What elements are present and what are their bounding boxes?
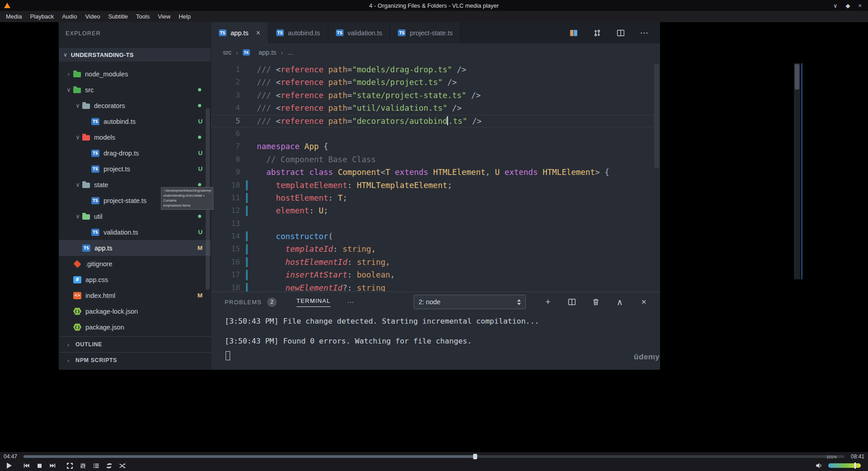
tree-item-project.ts[interactable]: TSproject.tsU (59, 161, 211, 177)
panel-more-actions-button[interactable]: ⋯ (347, 298, 355, 306)
previous-button[interactable] (21, 461, 32, 471)
tree-item-models[interactable]: ∨models (59, 129, 211, 145)
line-number: 18 (211, 282, 240, 292)
breadcrumb-item[interactable]: app.ts (259, 49, 277, 56)
maximize-panel-button[interactable]: ∧ (615, 297, 625, 307)
volume-control[interactable]: 101% (814, 461, 861, 471)
tree-item-package-lock.json[interactable]: {}package-lock.json (59, 303, 211, 319)
close-panel-button[interactable]: × (639, 297, 649, 307)
code-text: /// <reference path="models/project.ts" … (257, 76, 457, 89)
chevron-down-icon[interactable]: ∨ (64, 86, 73, 93)
chevron-down-icon[interactable]: ∨ (73, 213, 82, 220)
close-button[interactable]: × (858, 2, 862, 9)
volume-marker[interactable] (854, 462, 856, 469)
tab-problems[interactable]: PROBLEMS (225, 299, 262, 306)
kill-terminal-button[interactable] (591, 297, 601, 307)
menu-audio[interactable]: Audio (58, 12, 81, 21)
folder-icon (73, 72, 81, 77)
editor-scrollbar[interactable] (654, 64, 659, 168)
minimize-button[interactable]: ∨ (833, 2, 838, 9)
tree-item-autobind.ts[interactable]: TSautobind.tsU (59, 113, 211, 129)
breadcrumb-item[interactable]: … (288, 49, 294, 56)
code-line-16: 16 hostElementId: string, (211, 256, 654, 268)
tree-item-package.json[interactable]: {}package.json (59, 319, 211, 335)
breadcrumb[interactable]: src›TSapp.ts›… (211, 43, 660, 61)
menu-view[interactable]: View (154, 12, 175, 21)
seek-handle[interactable] (473, 454, 477, 459)
terminal-output[interactable]: [3:50:43 PM] File change detected. Start… (211, 312, 660, 360)
menu-media[interactable]: Media (2, 12, 26, 21)
problems-count-badge: 2 (267, 297, 277, 307)
video-area[interactable]: EXPLORER ∨ UNDERSTANDING-TS ›node_module… (0, 22, 868, 452)
code-text: insertAtStart: boolean, (257, 268, 395, 281)
tab-autobind.ts[interactable]: TSautobind.ts (269, 22, 328, 43)
gutter (240, 282, 257, 292)
project-section-header[interactable]: ∨ UNDERSTANDING-TS (59, 48, 211, 61)
close-tab-icon[interactable]: × (256, 29, 260, 37)
chevron-down-icon[interactable]: ∨ (73, 181, 82, 188)
shell-selector[interactable]: 2: node (414, 295, 526, 309)
tab-app.ts[interactable]: TSapp.ts× (211, 22, 269, 43)
split-terminal-button[interactable] (567, 297, 577, 307)
tab-project-state.ts[interactable]: TSproject-state.ts (390, 22, 461, 43)
tree-item-node_modules[interactable]: ›node_modules (59, 66, 211, 82)
ts-file-icon: TS (82, 245, 90, 252)
gutter (240, 268, 257, 281)
tree-item-app.css[interactable]: #app.css (59, 272, 211, 287)
breadcrumb-item[interactable]: src (223, 49, 231, 56)
tooltip-line: ~/development/teaching/udemy/ (163, 188, 211, 193)
line-number: 2 (211, 76, 240, 89)
chevron-down-icon[interactable]: ∨ (73, 102, 82, 109)
ts-file-icon: TS (91, 165, 99, 173)
new-terminal-button[interactable]: + (543, 297, 553, 307)
ts-file-icon: TS (91, 229, 99, 236)
playlist-button[interactable] (90, 461, 101, 471)
chevron-down-icon: ∨ (63, 52, 67, 58)
play-button[interactable] (4, 461, 14, 471)
ts-file-icon: TS (336, 29, 344, 36)
tree-item-src[interactable]: ∨src (59, 82, 211, 98)
next-button[interactable] (47, 461, 58, 471)
tree-item-drag-drop.ts[interactable]: TSdrag-drop.tsU (59, 145, 211, 161)
terminal-line: [3:50:43 PM] Found 0 errors. Watching fo… (225, 336, 660, 346)
speaker-icon[interactable] (814, 461, 825, 471)
ts-file-icon: TS (91, 118, 99, 125)
tree-item-.gitignore[interactable]: .gitignore (59, 256, 211, 272)
loop-button[interactable] (104, 461, 114, 471)
open-changes-button[interactable] (569, 28, 579, 38)
sidebar-section-npm-scripts[interactable]: ›NPM SCRIPTS (59, 352, 211, 368)
volume-percent: 101% (826, 455, 837, 459)
tree-item-decorators[interactable]: ∨decorators (59, 98, 211, 113)
editor-more-actions-button[interactable]: ⋯ (639, 28, 649, 38)
menu-help[interactable]: Help (175, 12, 195, 21)
fullscreen-button[interactable] (64, 461, 75, 471)
chevron-right-icon[interactable]: › (64, 71, 73, 77)
code-line-8: 8 // Component Base Class (211, 153, 654, 166)
ts-file-icon: TS (91, 197, 99, 204)
code-text: /// <reference path="models/drag-drop.ts… (257, 63, 467, 76)
menu-playback[interactable]: Playback (26, 12, 58, 21)
tab-validation.ts[interactable]: TSvalidation.ts (328, 22, 391, 43)
tab-terminal[interactable]: TERMINAL (297, 297, 330, 307)
menu-subtitle[interactable]: Subtitle (104, 12, 132, 21)
elapsed-time: 04:47 (4, 453, 17, 460)
volume-slider[interactable] (828, 463, 861, 468)
tree-item-app.ts[interactable]: TSapp.tsM (59, 240, 211, 256)
stop-button[interactable] (34, 461, 45, 471)
tree-item-index.html[interactable]: <>index.htmlM (59, 287, 211, 303)
code-area[interactable]: 1/// <reference path="models/drag-drop.t… (211, 61, 654, 292)
split-editor-button[interactable] (616, 28, 626, 38)
chevron-down-icon[interactable]: ∨ (73, 134, 82, 141)
menu-video[interactable]: Video (81, 12, 104, 21)
shuffle-button[interactable] (117, 461, 127, 471)
tree-item-util[interactable]: ∨util (59, 208, 211, 224)
maximize-button[interactable]: ◆ (845, 2, 850, 9)
sidebar-section-outline[interactable]: ›OUTLINE (59, 336, 211, 352)
tree-item-validation.ts[interactable]: TSvalidation.tsU (59, 224, 211, 240)
gutter (240, 63, 257, 76)
menu-tools[interactable]: Tools (132, 12, 154, 21)
extended-settings-button[interactable] (77, 461, 88, 471)
compare-changes-button[interactable] (592, 28, 602, 38)
modified-gutter-bar (246, 180, 248, 190)
seek-bar[interactable] (24, 455, 844, 458)
